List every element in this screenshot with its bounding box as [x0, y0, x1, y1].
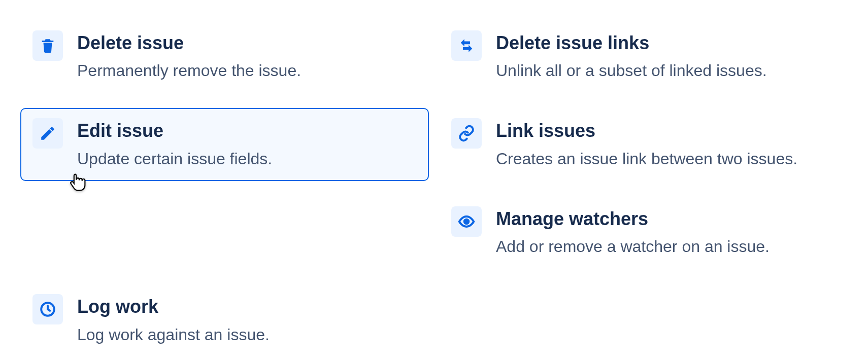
- action-grid: Delete issue Permanently remove the issu…: [20, 20, 848, 357]
- action-title: Manage watchers: [496, 208, 770, 229]
- eye-icon: [451, 206, 482, 237]
- action-delete-issue-links[interactable]: Delete issue links Unlink all or a subse…: [439, 20, 848, 93]
- action-delete-issue[interactable]: Delete issue Permanently remove the issu…: [20, 20, 429, 93]
- action-title: Edit issue: [77, 120, 272, 141]
- action-description: Permanently remove the issue.: [77, 58, 301, 83]
- action-description: Unlink all or a subset of linked issues.: [496, 58, 767, 83]
- action-manage-watchers[interactable]: Manage watchers Add or remove a watcher …: [439, 196, 848, 269]
- clock-icon: [32, 294, 63, 324]
- swap-arrows-icon: [451, 30, 482, 61]
- action-edit-issue[interactable]: Edit issue Update certain issue fields.: [20, 108, 429, 180]
- action-description: Add or remove a watcher on an issue.: [496, 234, 770, 259]
- svg-point-0: [464, 220, 469, 224]
- action-title: Delete issue links: [496, 32, 767, 53]
- action-link-issues[interactable]: Link issues Creates an issue link betwee…: [439, 108, 848, 180]
- link-icon: [451, 118, 482, 149]
- action-title: Link issues: [496, 120, 797, 141]
- action-description: Creates an issue link between two issues…: [496, 147, 797, 171]
- action-description: Update certain issue fields.: [77, 147, 272, 171]
- action-title: Log work: [77, 296, 270, 317]
- action-title: Delete issue: [77, 32, 301, 53]
- action-log-work[interactable]: Log work Log work against an issue.: [20, 284, 429, 356]
- trash-icon: [32, 30, 63, 61]
- pointer-cursor-icon: [66, 170, 89, 195]
- pencil-icon: [32, 118, 63, 149]
- action-description: Log work against an issue.: [77, 322, 270, 347]
